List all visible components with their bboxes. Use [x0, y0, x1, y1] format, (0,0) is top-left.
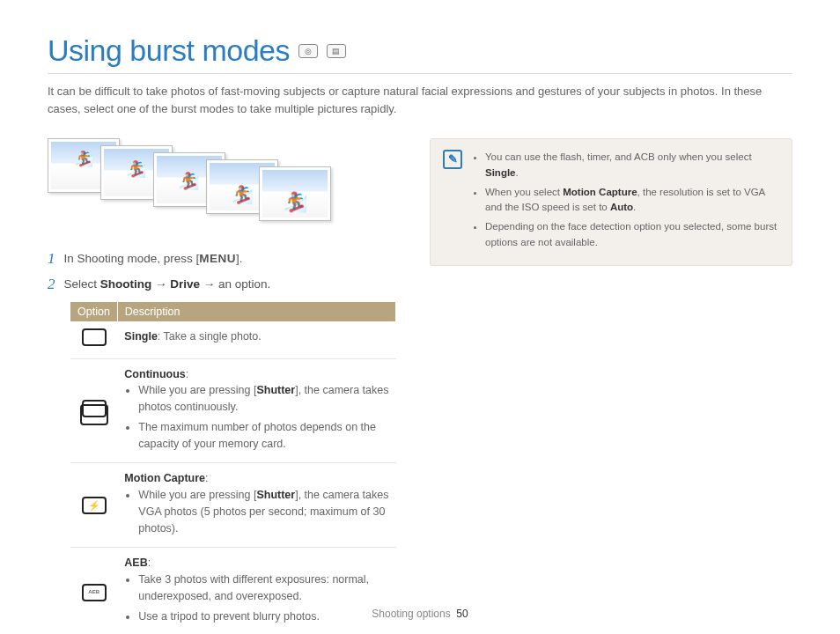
text: :: [205, 472, 208, 484]
table-row: AEB: Take 3 photos with different exposu…: [70, 548, 396, 634]
text: ].: [236, 252, 243, 265]
step-2: 2 Select Shooting → Drive → an option.: [48, 276, 400, 293]
section-name: Shooting options: [372, 608, 450, 620]
text: While you are pressing [: [138, 489, 256, 501]
burst-illustration: 🏂 🏂 🏂 🏂 🏂: [48, 138, 400, 226]
single-icon: [82, 328, 107, 346]
table-row: Motion Capture: While you are pressing […: [70, 463, 396, 548]
text: While you are pressing [: [138, 384, 256, 396]
snowboarder-icon: 🏂: [179, 171, 200, 191]
text: .: [516, 167, 519, 178]
note-callout: ✎ You can use the flash, timer, and ACB …: [430, 138, 792, 266]
bold-text: Drive: [170, 277, 200, 291]
text: → an option.: [200, 277, 270, 291]
step-text: In Shooting mode, press [MENU].: [64, 251, 243, 268]
option-description: Continuous: While you are pressing [Shut…: [117, 358, 395, 463]
step-number: 1: [48, 251, 55, 268]
option-name: AEB: [124, 557, 147, 569]
bold-text: Shutter: [256, 384, 295, 396]
snowboarder-icon: 🏂: [127, 159, 146, 179]
text: In Shooting mode, press [: [64, 252, 200, 265]
camera-mode-icon: ◎: [298, 44, 318, 58]
note-item: When you select Motion Capture, the reso…: [485, 185, 779, 217]
note-icon: ✎: [443, 150, 462, 169]
snowboarder-icon: 🏂: [232, 184, 254, 205]
option-description: Single: Take a single photo.: [117, 321, 395, 358]
motion-capture-icon: [82, 497, 107, 514]
list-item: While you are pressing [Shutter], the ca…: [138, 487, 388, 536]
table-row: Single: Take a single photo.: [70, 321, 396, 358]
text: You can use the flash, timer, and ACB on…: [485, 151, 752, 162]
list-item: The maximum number of photos depends on …: [138, 419, 388, 453]
intro-text: It can be difficult to take photos of fa…: [48, 83, 792, 117]
scene-mode-icon: ▤: [327, 44, 346, 58]
page-footer: Shooting options 50: [0, 608, 840, 620]
step-1: 1 In Shooting mode, press [MENU].: [48, 251, 400, 268]
menu-label: MENU: [199, 252, 236, 265]
bold-text: Shutter: [256, 489, 295, 501]
option-name: Continuous: [124, 368, 185, 380]
step-text: Select Shooting → Drive → an option.: [64, 276, 271, 293]
bold-text: Shooting: [100, 277, 151, 291]
option-description: Motion Capture: While you are pressing […: [117, 463, 395, 548]
bold-text: Motion Capture: [563, 187, 637, 197]
aeb-icon: [82, 584, 107, 601]
col-option: Option: [70, 302, 117, 321]
list-item: While you are pressing [Shutter], the ca…: [138, 382, 388, 416]
page-title: Using burst modes: [48, 33, 290, 68]
text: :: [186, 368, 188, 380]
arrow: →: [151, 277, 170, 291]
option-description: AEB: Take 3 photos with different exposu…: [117, 548, 395, 634]
option-name: Single: [124, 330, 158, 343]
title-divider: [48, 73, 792, 74]
step-number: 2: [48, 276, 55, 293]
options-table: Option Description Single: Take a single…: [70, 302, 396, 634]
snowboarder-icon: 🏂: [284, 191, 307, 214]
bold-text: Single: [485, 167, 516, 178]
text: Select: [64, 277, 100, 291]
text: .: [633, 202, 636, 212]
page-number: 50: [456, 608, 468, 620]
snowboarder-icon: 🏂: [75, 150, 93, 168]
table-row: Continuous: While you are pressing [Shut…: [70, 358, 396, 463]
bold-text: Auto: [610, 202, 633, 212]
list-item: Take 3 photos with different exposures: …: [138, 571, 388, 605]
text: :: [148, 557, 151, 569]
note-item: You can use the flash, timer, and ACB on…: [485, 150, 779, 181]
text: When you select: [485, 187, 563, 197]
col-description: Description: [117, 302, 395, 321]
continuous-icon: [82, 400, 107, 417]
text: : Take a single photo.: [158, 330, 262, 343]
option-name: Motion Capture: [124, 472, 205, 484]
note-item: Depending on the face detection option y…: [485, 219, 779, 251]
